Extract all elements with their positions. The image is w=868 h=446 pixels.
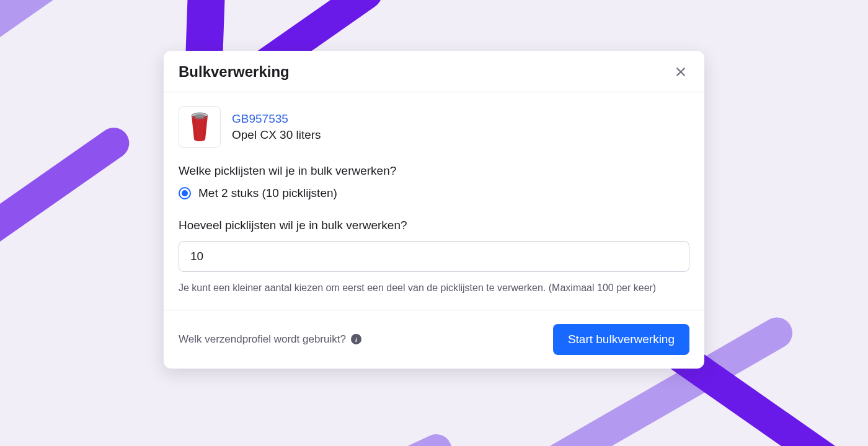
radio-icon (179, 187, 191, 199)
decorative-stripe (0, 0, 152, 144)
close-button[interactable] (672, 63, 689, 81)
quantity-label: Hoeveel picklijsten wil je in bulk verwe… (179, 219, 689, 232)
info-icon[interactable]: i (351, 334, 361, 344)
decorative-stripe (0, 121, 135, 250)
product-thumbnail (179, 106, 221, 148)
modal-body: GB957535 Opel CX 30 liters Welke picklij… (164, 92, 704, 310)
picklist-selection-label: Welke picklijsten wil je in bulk verwerk… (179, 164, 689, 178)
close-icon (675, 66, 687, 78)
product-summary: GB957535 Opel CX 30 liters (179, 106, 689, 148)
picklist-option-radio[interactable]: Met 2 stuks (10 picklijsten) (179, 186, 689, 200)
start-bulk-processing-button[interactable]: Start bulkverwerking (553, 324, 689, 355)
modal-footer: Welk verzendprofiel wordt gebruikt? i St… (164, 310, 704, 369)
shipping-profile-hint: Welk verzendprofiel wordt gebruikt? i (179, 333, 361, 346)
product-sku-link[interactable]: GB957535 (232, 112, 321, 126)
product-meta: GB957535 Opel CX 30 liters (232, 112, 321, 142)
product-name: Opel CX 30 liters (232, 128, 321, 142)
footer-note-text: Welk verzendprofiel wordt gebruikt? (179, 333, 346, 346)
quantity-hint: Je kunt een kleiner aantal kiezen om eer… (179, 281, 689, 296)
bulk-processing-modal: Bulkverwerking GB9575 (164, 51, 704, 369)
radio-option-label: Met 2 stuks (10 picklijsten) (198, 186, 337, 200)
modal-title: Bulkverwerking (179, 63, 290, 81)
modal-header: Bulkverwerking (164, 51, 704, 92)
quantity-input[interactable] (179, 241, 689, 272)
product-image-icon (189, 112, 210, 142)
svg-point-4 (194, 114, 205, 118)
decorative-stripe (219, 429, 457, 446)
